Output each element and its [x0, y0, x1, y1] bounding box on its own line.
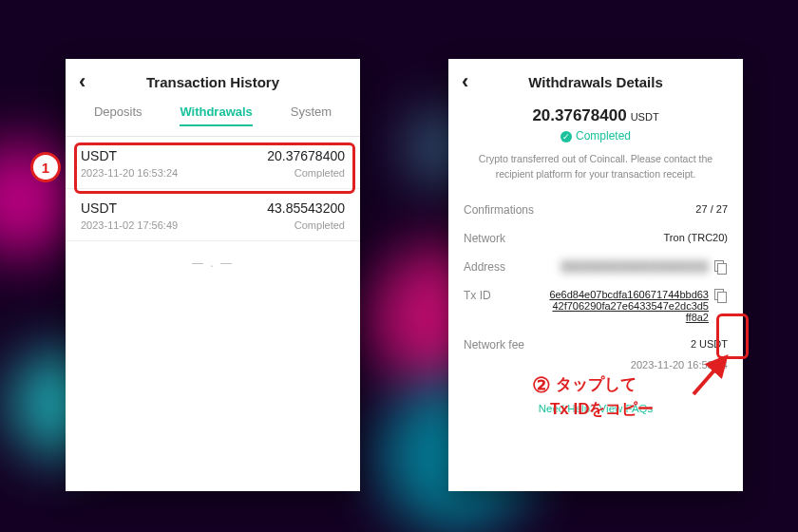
tab-withdrawals[interactable]: Withdrawals: [180, 104, 252, 126]
end-of-list: — . —: [66, 241, 360, 270]
tx-status: Completed: [267, 219, 345, 231]
row-network: Network Tron (TRC20): [448, 224, 743, 253]
back-icon[interactable]: ‹: [462, 69, 468, 94]
txid-value[interactable]: 6e6d84e07bcdfa160671744bbd63 42f706290fa…: [549, 289, 709, 323]
tx-timestamp: 2023-11-20 16:53:24: [81, 167, 178, 179]
row-address: Address ████████████████████: [448, 253, 743, 281]
table-row[interactable]: USDT 2023-11-20 16:53:24 20.37678400 Com…: [66, 137, 360, 189]
copy-icon[interactable]: [714, 260, 728, 274]
copy-icon[interactable]: [714, 289, 728, 302]
withdrawal-details-screen: ‹ Withdrawals Details 20.37678400USDT ✓C…: [448, 59, 743, 491]
row-txid: Tx ID 6e6d84e07bcdfa160671744bbd63 42f70…: [448, 281, 743, 331]
tx-symbol: USDT: [81, 200, 178, 216]
tx-amount: 20.37678400: [267, 148, 345, 163]
faq-link[interactable]: Need Help? View FAQs: [448, 403, 743, 414]
page-title: Withdrawals Details: [448, 74, 743, 90]
tx-status: Completed: [267, 167, 345, 179]
transaction-list: USDT 2023-11-20 16:53:24 20.37678400 Com…: [66, 137, 360, 270]
transaction-history-screen: ‹ Transaction History Deposits Withdrawa…: [66, 59, 360, 491]
row-fee: Network fee 2 USDT: [448, 331, 743, 359]
back-icon[interactable]: ‹: [79, 69, 86, 94]
detail-description: Crypto transferred out of Coincall. Plea…: [448, 142, 743, 196]
status-badge: ✓Completed: [448, 129, 743, 142]
tx-symbol: USDT: [81, 148, 178, 163]
tx-timestamp: 2023-11-02 17:56:49: [81, 219, 178, 231]
tab-system[interactable]: System: [291, 104, 332, 126]
tx-amount: 43.85543200: [267, 200, 345, 216]
check-icon: ✓: [560, 131, 572, 142]
page-title: Transaction History: [66, 74, 360, 90]
row-confirmations: Confirmations 27 / 27: [448, 196, 743, 224]
tab-deposits[interactable]: Deposits: [94, 104, 142, 126]
table-row[interactable]: USDT 2023-11-02 17:56:49 43.85543200 Com…: [66, 189, 360, 241]
detail-amount: 20.37678400USDT: [448, 106, 743, 125]
row-timestamp: 2023-11-20 16:53:24: [448, 359, 743, 378]
history-tabs: Deposits Withdrawals System: [66, 104, 360, 137]
